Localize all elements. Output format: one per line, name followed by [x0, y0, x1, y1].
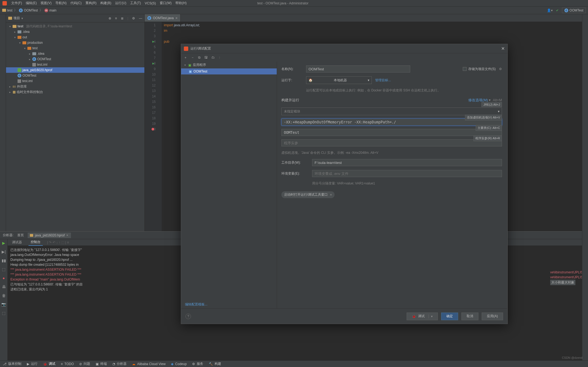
tree-scratch[interactable]: ▸▦临时文件和控制台	[6, 89, 144, 95]
status-codeup[interactable]: ◆ Codeup	[171, 362, 187, 366]
debug-button[interactable]: 🐞调试 ▾	[407, 313, 438, 320]
ok-button[interactable]: 确定	[441, 313, 458, 320]
menu-navigate[interactable]: 导航(N)	[54, 0, 68, 6]
rerun-icon[interactable]: ▶	[2, 241, 5, 245]
add-icon[interactable]: ＋	[184, 55, 187, 60]
cancel-button[interactable]: 取消	[461, 313, 478, 320]
status-todo[interactable]: ≡ TODO	[61, 362, 74, 366]
working-dir-input[interactable]	[312, 159, 502, 166]
copy-icon[interactable]: ⧉	[198, 56, 201, 59]
build-status-icon[interactable]: ✔	[556, 8, 559, 12]
view-bp-icon[interactable]: ●	[2, 276, 5, 280]
status-terminal[interactable]: ▣ 终端	[96, 362, 107, 366]
trash-icon[interactable]: 🗑	[2, 293, 6, 298]
menu-tools[interactable]: 工具(T)	[129, 0, 142, 6]
close-icon[interactable]: ✕	[501, 46, 505, 51]
run-config-selector[interactable]: COOMTest	[562, 8, 586, 13]
gear-icon[interactable]: ⚙	[499, 67, 502, 71]
status-cloud[interactable]: ☁ Alibaba Cloud View	[132, 362, 165, 366]
menu-run[interactable]: 运行(U)	[113, 0, 128, 6]
modify-options-link[interactable]: 修改选项(M)	[468, 98, 488, 102]
tree-node-hprof[interactable]: java_pid16020.hprof	[6, 67, 144, 73]
module-dropdown[interactable]: 未指定模块▾	[281, 108, 502, 115]
breadcrumb-method[interactable]: mmain	[44, 8, 56, 12]
program-args-input[interactable]	[281, 139, 502, 146]
tab-debugger[interactable]: 调试器	[10, 239, 24, 245]
collapse-all-icon[interactable]: ≣	[121, 16, 124, 20]
manage-targets-link[interactable]: 管理目标...	[375, 78, 391, 83]
tree-root[interactable]: ▾test源代码根目录, F:\sula-learn\test	[6, 24, 144, 29]
edit-template-link[interactable]: 编辑配置模板...	[185, 302, 207, 307]
tree-node-out[interactable]: ▾out	[6, 34, 144, 40]
breadcrumb-class[interactable]: COOMTest	[19, 8, 38, 12]
status-services[interactable]: ⚙ 服务	[192, 362, 203, 366]
runon-dropdown[interactable]: 🏠 本地机器▾	[306, 76, 372, 84]
analyzer-home-tab[interactable]: 首页	[17, 233, 24, 238]
apply-button[interactable]: 应用(A)	[482, 313, 503, 320]
close-icon[interactable]: ×	[175, 16, 178, 20]
close-icon[interactable]: ×	[66, 233, 68, 237]
help-icon[interactable]: ?	[185, 314, 191, 319]
status-debug[interactable]: 🐞 调试	[43, 362, 55, 366]
status-problems[interactable]: ⊘ 问题	[79, 362, 90, 366]
layout-icon[interactable]: ⬚	[2, 311, 5, 315]
expand-all-icon[interactable]: ≡	[115, 16, 117, 20]
status-profiler[interactable]: ◔ 分析器	[112, 362, 127, 366]
tree-node-oomtest2[interactable]: COOMTest	[6, 73, 144, 78]
tab-console[interactable]: 控制台	[28, 239, 43, 246]
remove-icon[interactable]: －	[191, 55, 194, 60]
hide-icon[interactable]: —	[139, 16, 142, 20]
menu-window[interactable]: 窗口(W)	[158, 0, 173, 6]
menu-code[interactable]: 代码(C)	[69, 0, 83, 6]
sort-icon[interactable]: ↕	[219, 56, 220, 59]
menu-build[interactable]: 构建(B)	[99, 0, 113, 6]
close-icon[interactable]: ×	[330, 193, 332, 197]
status-build[interactable]: 🔨 构建	[209, 362, 221, 366]
status-run[interactable]: ▶ 运行	[27, 362, 38, 366]
app-logo-icon	[184, 47, 188, 51]
stop-icon[interactable]: ▶|	[2, 250, 6, 254]
menu-file[interactable]: 文件(F)	[10, 0, 24, 6]
menu-vcs[interactable]: VCS(S)	[143, 1, 158, 6]
tree-node-production[interactable]: ▾production	[6, 40, 144, 45]
breakpoint-icon[interactable]	[152, 128, 154, 131]
analyzer-file-tab[interactable]: java_pid16020.hprof×	[28, 233, 71, 238]
tree-node-iml2[interactable]: test.iml	[6, 78, 144, 84]
resume-icon[interactable]: ⬚	[2, 267, 5, 271]
tree-node-idea2[interactable]: ▸.idea	[6, 51, 144, 56]
status-vcs[interactable]: ⎇ 版本控制	[3, 362, 21, 366]
env-input[interactable]	[312, 170, 502, 177]
tree-node-idea[interactable]: ▸.idea	[6, 29, 144, 34]
breadcrumb-project[interactable]: test	[2, 8, 12, 12]
tree-node-iml[interactable]: test.iml	[6, 62, 144, 67]
step-icon[interactable]: ▮▮	[2, 258, 6, 263]
config-item[interactable]: ▣OOMTest	[181, 68, 277, 74]
mute-bp-icon[interactable]: 🖶	[2, 285, 6, 289]
folder-icon[interactable]: 🗀	[212, 56, 215, 59]
menu-edit[interactable]: 编辑(E)	[24, 0, 38, 6]
tree-label: test	[32, 46, 38, 50]
open-tool-window-chip[interactable]: 启动时打开运行/调试工具窗口×	[281, 191, 335, 198]
save-icon[interactable]: 🖫	[204, 56, 208, 59]
env-label: 环境变量(E):	[281, 171, 309, 176]
status-bar: ⎇ 版本控制 ▶ 运行 🐞 调试 ≡ TODO ⊘ 问题 ▣ 终端 ◔ 分析器 …	[0, 360, 588, 367]
store-as-project-checkbox[interactable]: 存储为项目文件(S)	[463, 67, 496, 71]
tree-external-libs[interactable]: ▸⫾⫾外部库	[6, 84, 144, 89]
menu-view[interactable]: 视图(V)	[39, 0, 53, 6]
user-icon[interactable]: 👤▾	[547, 8, 553, 12]
config-category[interactable]: ▾▣应用程序	[181, 62, 277, 68]
editor-tab[interactable]: COOMTest.java×	[145, 14, 181, 22]
main-class-input[interactable]	[281, 129, 502, 136]
class-icon: C	[19, 8, 23, 12]
dialog-footer: ? 🐞调试 ▾ 确定 取消 应用(A)	[181, 308, 507, 324]
menu-refactor[interactable]: 重构(R)	[84, 0, 98, 6]
dialog-sidebar[interactable]: ▾▣应用程序 ▣OOMTest	[181, 62, 277, 308]
camera-icon[interactable]: 📷	[1, 302, 6, 307]
name-input[interactable]	[306, 65, 410, 73]
folder-icon	[27, 47, 31, 50]
settings-icon[interactable]: ⚙	[132, 16, 135, 20]
tree-node-testdir[interactable]: ▾test	[6, 45, 144, 51]
tree-node-oomtest[interactable]: ▸COOMTest	[6, 56, 144, 62]
locate-icon[interactable]: ⊕	[109, 16, 111, 20]
menu-help[interactable]: 帮助(H)	[174, 0, 188, 6]
